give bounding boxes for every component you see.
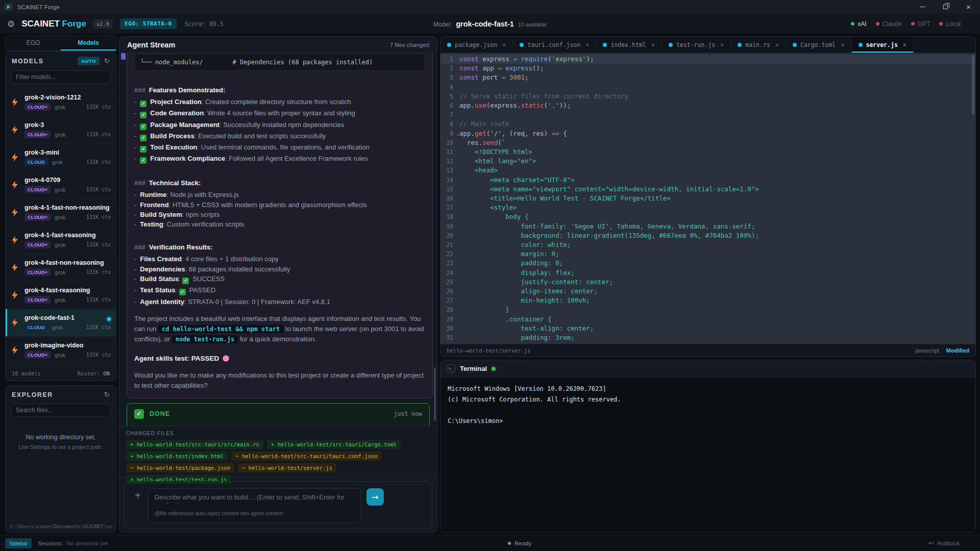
model-vendor: grok [55,352,65,358]
changed-file-chip[interactable]: + hello-world-test/index.html [126,452,228,461]
tab-close-icon[interactable]: × [720,41,724,48]
tab-close-icon[interactable]: × [903,41,906,48]
line-number: 24 [440,268,456,278]
code-text: text-align: center; [459,324,594,333]
editor-tab-tauri-conf-json[interactable]: tauri.conf.json× [513,37,596,53]
model-item[interactable]: grok-4-1-fast-non-reasoningCLOUD+grok131… [6,199,116,227]
code-text: } [459,305,509,314]
bold-text: Agent skills test: PASSED [134,355,219,362]
list-desc: Executed build and test scripts successf… [198,132,326,140]
list-term: Build Status [140,275,179,283]
changed-file-chip[interactable]: ~ hello-world-test/src-tauri/tauri.conf.… [231,452,381,461]
prompt-box[interactable]: @file references auto-inject content int… [148,488,361,523]
stream-heading: ###Verification Results: [134,243,425,251]
tab-filename: server.js [866,41,898,48]
model-context: 131K ctx [86,324,111,330]
list-term: Project Creation [150,98,201,106]
sidebar-toggle-button[interactable]: Sidebar [5,538,32,548]
paragraph-text: for a quick demonstration. [238,335,316,343]
rollback-label: Rollback [937,540,960,546]
list-term: Frontend [140,201,168,209]
line-number: 20 [440,231,456,240]
model-filter-input[interactable] [16,73,106,81]
model-item[interactable]: grok-code-fast-1CLOUDgrok131K ctx [6,309,116,337]
model-item[interactable]: grok-3-miniCLOUDgrok131K ctx [6,144,116,171]
code-text: <head> [459,166,498,175]
list-dash: - [134,201,136,209]
tab-filename: tauri.conf.json [527,41,580,48]
line-number: 5 [440,92,456,101]
code-text: // Main route [459,119,509,129]
editor-scrollbar[interactable] [972,55,974,115]
list-dash: - [134,211,136,218]
provider-dot-icon [911,22,915,26]
model-item[interactable]: grok-imagine-videoCLOUD+grok131K ctx [6,337,116,364]
model-item[interactable]: grok-2-vision-1212CLOUD+grok131K ctx [6,89,116,116]
list-desc: Node.js with Express.js [170,191,239,198]
changed-file-chip[interactable]: ~ hello-world-test/server.js [238,463,336,472]
tab-close-icon[interactable]: × [841,41,844,48]
stream-scroll-area[interactable]: └── node_modules/ # Dependencies (68 pac… [119,53,437,426]
close-button[interactable]: × [957,0,980,14]
rollback-icon: ↩ [928,539,934,547]
provider-dot-icon [876,22,879,26]
checkbox-icon: ✓ [140,135,146,141]
checkbox-icon: ✓ [140,123,146,130]
editor-tab-server-js[interactable]: server.js× [852,37,914,53]
send-button[interactable]: → [366,488,384,506]
editor-tab-index-html[interactable]: index.html× [596,37,662,53]
prompt-input[interactable] [155,493,355,504]
model-name: grok-imagine-video [24,342,111,349]
refresh-models-icon[interactable]: ↻ [104,57,110,65]
editor-tab-Cargo-toml[interactable]: Cargo.toml× [786,37,851,53]
model-item[interactable]: grok-4-0709CLOUD+grok131K ctx [6,171,116,199]
checkbox-icon: ✓ [140,112,146,118]
line-number: 27 [440,296,456,305]
tab-close-icon[interactable]: × [775,41,779,48]
terminal-output[interactable]: Microsoft Windows [Version 10.0.26200.76… [440,378,975,532]
agent-stream-title: Agent Stream [127,41,175,49]
code-line: 32 border-radius: 15 [440,342,975,344]
attach-plus-icon[interactable]: + [135,490,141,500]
editor-tab-test-run-js[interactable]: test-run.js× [662,37,731,53]
tab-close-icon[interactable]: × [502,41,506,48]
refresh-explorer-icon[interactable]: ↻ [104,391,110,398]
changed-file-chip[interactable]: + hello-world-test/src-tauri/Cargo.toml [267,440,401,449]
fold-chevron-icon[interactable]: ▾ [457,131,459,140]
tab-close-icon[interactable]: × [585,41,589,48]
code-text: font-family: 'Segoe UI', Tahoma, Geneva,… [459,222,755,231]
auto-badge[interactable]: AUTO [78,57,100,65]
sidebar-tab-models[interactable]: Models [61,36,116,51]
app-icon: F [5,3,12,11]
code-area[interactable]: 1const express = require('express');2con… [440,53,975,344]
minimize-button[interactable] [911,0,934,14]
stream-code-block: └── node_modules/ # Dependencies (68 pac… [134,54,425,71]
list-colon: : [166,191,170,198]
rollback-button[interactable]: ↩ Rollback [928,539,975,547]
tab-close-icon[interactable]: × [651,41,655,48]
model-item[interactable]: grok-4-fast-reasoningCLOUD+grok131K ctx [6,282,116,309]
file-search-input[interactable] [16,407,106,414]
model-label: Model: [433,21,452,28]
code-text: <html lang="en"> [459,157,536,166]
maximize-button[interactable] [934,0,957,14]
stream-scrollbar[interactable] [434,367,436,421]
model-item[interactable]: grok-4-fast-non-reasoningCLOUD+grok131K … [6,254,116,282]
code-text: border-radius: 15 [459,342,586,344]
code-line: 20 background: linear-gradient(135deg, #… [440,231,975,240]
sidebar-tab-ego[interactable]: EGO [6,36,61,51]
model-item[interactable]: grok-4-1-fast-reasoningCLOUD+grok131K ct… [6,227,116,254]
code-line: 24 display: flex; [440,268,975,278]
editor-tab-main-rs[interactable]: main.rs× [731,37,786,53]
agent-avatar [121,53,126,60]
code-text: <meta charset="UTF-8"> [459,176,575,185]
line-number: 9▾ [440,129,456,138]
model-item[interactable]: grok-3CLOUD+grok131K ctx [6,116,116,144]
model-context: 131K ctx [86,352,111,358]
changed-file-chip[interactable]: + hello-world-test/src-tauri/src/main.rs [126,440,263,449]
code-line: 17 <style> [440,203,975,212]
file-search [11,404,111,417]
changed-file-chip[interactable]: ~ hello-world-test/package.json [126,463,234,472]
terminal-line: Microsoft Windows [Version 10.0.26200.76… [448,384,968,394]
editor-tab-package-json[interactable]: package.json× [440,37,513,53]
